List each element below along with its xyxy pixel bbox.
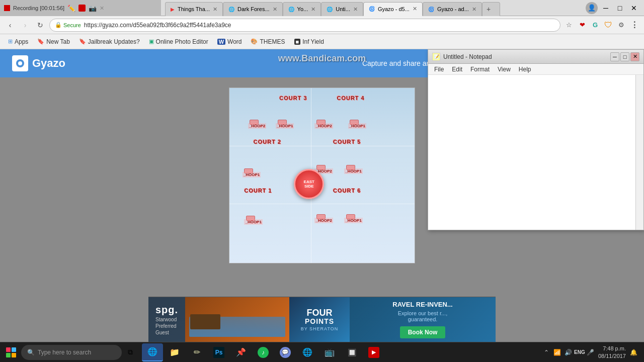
taskbar-item-youtube[interactable]: ▶: [363, 343, 384, 361]
tab-dark[interactable]: 🌐 Dark Fores... ✕: [223, 2, 283, 16]
taskbar-item-spotify[interactable]: ♪: [253, 343, 274, 361]
youtube-icon: ▶: [171, 7, 175, 12]
ad-middle: FOUR POINTS BY SHERATON: [289, 297, 350, 342]
bookmark-newtab[interactable]: 🔖 New Tab: [33, 36, 73, 48]
four-points-logo: FOUR POINTS BY SHERATON: [301, 308, 339, 331]
profile-btn[interactable]: 👤: [586, 2, 598, 14]
taskbar-item-ps[interactable]: Ps: [208, 343, 229, 361]
table-visual: [190, 314, 220, 329]
tab-close-dark[interactable]: ✕: [273, 6, 277, 13]
taskbar-item-chrome[interactable]: 🌐: [142, 343, 163, 361]
taskbar-search[interactable]: 🔍 Type here to search: [21, 345, 122, 360]
address-box[interactable]: 🔒 Secure https://gyazo.com/d55ea092fb3f6…: [49, 19, 560, 32]
ad-banner: spg. Starwood Preferred Guest: [148, 297, 496, 342]
bookmark-apps[interactable]: ⊞ Apps: [4, 36, 32, 48]
tab-gyazo-ad[interactable]: 🌀 Gyazo - ad... ✕: [423, 2, 482, 16]
mic-icon[interactable]: 🎤: [586, 348, 595, 357]
spotify-icon: ♪: [258, 347, 269, 358]
taskbar-item-explorer[interactable]: 📁: [164, 343, 185, 361]
maximize-btn[interactable]: □: [614, 2, 626, 14]
notepad-close[interactable]: ✕: [630, 52, 639, 61]
search-placeholder: Type here to search: [38, 349, 91, 356]
notepad-title-bar: 📝 Untitled - Notepad ─ □ ✕: [428, 50, 643, 64]
bookmark-photo[interactable]: ▣ Online Photo Editor: [145, 36, 212, 48]
notepad-scrollbar[interactable]: [635, 75, 643, 230]
notepad-menu-view[interactable]: View: [494, 65, 515, 74]
gyazo-logo[interactable]: Gyazo: [12, 55, 65, 71]
taskbar-item-pencil[interactable]: ✏: [186, 343, 207, 361]
window-controls: 👤 ─ □ ✕: [586, 2, 640, 14]
up-arrow-icon[interactable]: ⌃: [542, 348, 551, 357]
tab-yo[interactable]: 🌐 Yo... ✕: [283, 2, 321, 16]
stop-btn[interactable]: [78, 5, 86, 12]
tab-close-unti[interactable]: ✕: [353, 6, 358, 13]
start-btn[interactable]: [2, 343, 20, 361]
taskbar-item-app2[interactable]: 🔲: [341, 343, 362, 361]
minimize-btn[interactable]: ─: [600, 2, 612, 14]
bookmark-themes[interactable]: 🎨 THEMES: [247, 36, 289, 48]
address-text[interactable]: https://gyazo.com/d55ea092fb3f66c9a2ff54…: [84, 22, 231, 29]
notepad-minimize[interactable]: ─: [610, 52, 619, 61]
notepad-content[interactable]: [428, 75, 643, 230]
notepad-menu-format[interactable]: Format: [466, 65, 494, 74]
close-btn[interactable]: ✕: [628, 2, 640, 14]
bookmark-infyield[interactable]: ■ Inf Yield: [290, 36, 328, 48]
bookmark-photo-label: Online Photo Editor: [156, 38, 208, 45]
ext4-btn[interactable]: ⚙: [616, 20, 627, 31]
ravel-sub: Explore our best r..., guaranteed.: [398, 310, 447, 322]
ad-right: RAVEL RE-INVEN... Explore our best r...,…: [350, 297, 496, 342]
tab-empty[interactable]: +: [482, 2, 500, 16]
notepad-maximize[interactable]: □: [620, 52, 629, 61]
app2-icon: 🔲: [346, 347, 357, 358]
volume-icon[interactable]: 🔊: [564, 348, 573, 357]
task-view-btn[interactable]: ⧉: [123, 343, 141, 361]
tab-close-gyazo-ad[interactable]: ✕: [472, 6, 476, 13]
hoop-label-4: _HOOP1: [348, 123, 366, 129]
edit-icon: ✏️: [67, 5, 75, 12]
ext3-btn[interactable]: 🛡: [603, 20, 614, 31]
hoop-label-5: _HOOP1: [243, 172, 261, 177]
tab-favicon-gyazo: 🌀: [369, 6, 375, 12]
notepad-menu-edit[interactable]: Edit: [448, 65, 466, 74]
star-btn[interactable]: ☆: [564, 20, 575, 31]
close-recording[interactable]: ✕: [100, 5, 104, 12]
back-btn[interactable]: ‹: [4, 19, 16, 31]
bookmark-word-label: Word: [227, 38, 242, 45]
notepad-menu-file[interactable]: File: [430, 65, 448, 74]
taskbar-item-discord[interactable]: 💬: [275, 343, 296, 361]
ext2-btn[interactable]: G: [590, 20, 601, 31]
gyazo-logo-icon: [12, 55, 28, 71]
pencil-icon: ✏: [191, 347, 202, 358]
reload-btn[interactable]: ↻: [34, 19, 46, 31]
menu-btn[interactable]: ⋮: [629, 20, 640, 31]
spg-sub2: Preferred: [155, 323, 178, 329]
svg-point-1: [18, 61, 22, 65]
bookmark-jailbreak[interactable]: 🔖 Jailbreak Updates?: [75, 36, 144, 48]
tab-close-things[interactable]: ✕: [213, 6, 217, 13]
tab-close-gyazo[interactable]: ✕: [413, 6, 417, 12]
tab-unti[interactable]: 🌐 Unti... ✕: [321, 2, 363, 16]
grid-h2: [229, 204, 415, 204]
book-now-btn[interactable]: Book Now: [400, 326, 446, 338]
extensions-btn[interactable]: ❤: [577, 20, 588, 31]
notification-btn[interactable]: 🔔: [629, 348, 638, 357]
bookmark-word[interactable]: W Word: [213, 36, 246, 48]
center-logo: EASTSIDE: [294, 169, 324, 199]
address-right: ☆ ❤ G 🛡 ⚙ ⋮: [564, 20, 640, 31]
notepad-menu-help[interactable]: Help: [515, 65, 535, 74]
taskbar-item-tv[interactable]: 📺: [319, 343, 340, 361]
tab-gyazo-active[interactable]: 🌀 Gyazo - d5... ✕: [363, 2, 423, 16]
taskbar-clock[interactable]: 7:48 p.m. 08/11/2017: [598, 345, 626, 359]
secure-label: Secure: [63, 22, 81, 28]
grid-h1: [229, 146, 415, 146]
ad-left: spg. Starwood Preferred Guest: [148, 297, 289, 342]
tab-things[interactable]: ▶ Things Tha... ✕: [165, 2, 223, 16]
lang-icon[interactable]: ENG: [575, 348, 584, 357]
search-icon: 🔍: [27, 349, 35, 356]
taskbar-item-chrome2[interactable]: 🌐: [297, 343, 318, 361]
taskbar-right: ⌃ 📶 🔊 ENG 🎤 7:48 p.m. 08/11/2017 🔔: [542, 345, 642, 359]
forward-btn[interactable]: ›: [19, 19, 31, 31]
taskbar-item-app1[interactable]: 📌: [230, 343, 252, 361]
network-icon[interactable]: 📶: [553, 348, 562, 357]
tab-close-yo[interactable]: ✕: [311, 6, 315, 13]
